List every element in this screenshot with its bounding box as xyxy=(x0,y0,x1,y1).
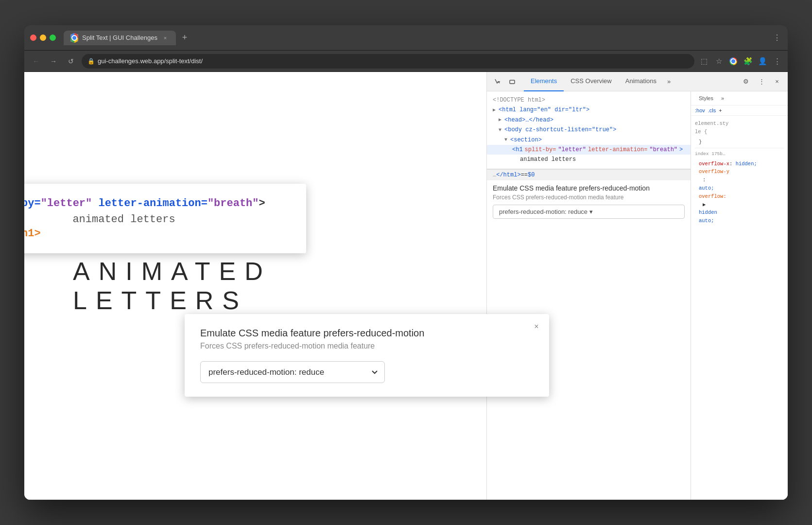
add-style-button[interactable]: + xyxy=(719,107,722,113)
h1-val-breath: "breath" xyxy=(649,145,677,155)
tab-animations[interactable]: Animations xyxy=(619,72,663,91)
html-tree: <!DOCTYPE html> ▶ <html lang="en" dir="l… xyxy=(487,91,691,169)
index-label: index 175b… xyxy=(695,148,784,159)
h1-val-letter: "letter" xyxy=(558,145,586,155)
webpage: ANIMATED LETTERS <h1 split-by="letter" l… xyxy=(24,72,486,500)
forward-button[interactable]: → xyxy=(47,54,60,68)
hidden2-val: hidden xyxy=(695,209,784,217)
url-text: gui-challenges.web.app/split-text/dist/ xyxy=(98,57,203,65)
overflow-y-label: overflow-y xyxy=(695,168,784,176)
code-line-1: <h1 split-by="letter" letter-animation="… xyxy=(24,195,291,211)
close-button[interactable] xyxy=(30,35,36,41)
html-line-body: ▼ <body cz-shortcut-listen="true"> xyxy=(487,125,691,135)
bg-row-1: Emulate CSS media feature prefers-reduce… xyxy=(493,184,685,219)
overflow-prop: overflow: xyxy=(699,193,726,199)
minimize-button[interactable] xyxy=(40,35,46,41)
bookmark-star-icon[interactable]: ☆ xyxy=(713,55,725,67)
h1-close-bracket: > xyxy=(679,145,683,155)
code-attr2-name: letter-animation= xyxy=(98,197,207,210)
styles-content: element.style { } index 175b… overflow-x… xyxy=(691,116,788,229)
code-attr1-val: "letter" xyxy=(41,197,92,210)
url-bar[interactable]: 🔒 gui-challenges.web.app/split-text/dist… xyxy=(82,54,694,69)
auto2-val: auto; xyxy=(695,217,784,225)
reduced-motion-select[interactable]: No override prefers-reduced-motion: redu… xyxy=(200,361,385,383)
styles-tab-group: Styles » xyxy=(696,94,727,102)
code-attr2-val: "breath" xyxy=(207,197,259,210)
tab-elements[interactable]: Elements xyxy=(524,72,564,91)
code-closing-tag: </h1> xyxy=(24,228,41,240)
overflow-x-prop: overflow-x xyxy=(699,161,729,167)
devtools-settings-button[interactable]: ⚙ xyxy=(739,75,753,88)
code-attr1-name: split-by= xyxy=(24,197,41,210)
cls-button[interactable]: .cls xyxy=(708,107,716,113)
extensions-icon[interactable]: 🧩 xyxy=(742,55,754,67)
html-close-tag: </html> xyxy=(496,172,520,178)
overflow-x-rule: overflow-x: hidden; xyxy=(695,160,784,168)
address-bar-right: ⬚ ☆ 🧩 👤 ⋮ xyxy=(698,55,783,67)
element-style-rule: element.style { xyxy=(695,120,784,136)
head-tag: <head>…</head> xyxy=(504,115,553,125)
tab-css-overview[interactable]: CSS Overview xyxy=(564,72,619,91)
styles-side-panel: Styles » :hov .cls + element.style { } xyxy=(691,91,788,500)
devtools-body: <!DOCTYPE html> ▶ <html lang="en" dir="l… xyxy=(487,91,788,500)
emulate-modal: × Emulate CSS media feature prefers-redu… xyxy=(185,314,549,397)
devtools-close-button[interactable]: × xyxy=(770,75,784,88)
close-brace: } xyxy=(695,138,784,146)
triangle-section: ▼ xyxy=(504,136,507,144)
dollar-var: $0 xyxy=(528,172,535,178)
html-line-h1-text: animated letters xyxy=(487,155,691,164)
html-line-section: ▼ <section> xyxy=(487,135,691,145)
chrome-settings-icon[interactable]: ⋮ xyxy=(772,33,782,43)
animated-letters-heading: ANIMATED LETTERS xyxy=(73,257,438,315)
styles-controls: :hov .cls + xyxy=(691,105,788,116)
devtools-more-button[interactable]: ⋮ xyxy=(755,75,768,88)
device-toggle-button[interactable] xyxy=(505,75,519,88)
devtools-right-icons: ⚙ ⋮ × xyxy=(739,75,784,88)
bg-emulate-select[interactable]: prefers-reduced-motion: reduce ▾ xyxy=(493,205,685,219)
h1-open: <h1 xyxy=(512,145,523,155)
triangle-icon: ▶ xyxy=(703,202,706,208)
tab-active[interactable]: Split Text | GUI Challenges × xyxy=(64,31,176,45)
reload-button[interactable]: ↺ xyxy=(64,54,78,68)
styles-more-tab[interactable]: » xyxy=(718,94,727,102)
overflow-label: overflow: xyxy=(695,192,784,201)
cast-icon[interactable]: ⬚ xyxy=(698,55,710,67)
tab-favicon xyxy=(70,34,78,42)
code-line-2: animated letters xyxy=(24,213,291,226)
modal-close-button[interactable]: × xyxy=(531,321,542,332)
devtools-header: Elements CSS Overview Animations » ⚙ ⋮ × xyxy=(487,72,788,91)
browser-menu-icon[interactable]: ⋮ xyxy=(771,55,783,67)
bg-emulate-rows: Emulate CSS media feature prefers-reduce… xyxy=(487,180,691,228)
hov-button[interactable]: :hov xyxy=(695,107,705,113)
elements-panel: <!DOCTYPE html> ▶ <html lang="en" dir="l… xyxy=(487,91,691,500)
triangle-head: ▶ xyxy=(499,116,501,124)
code-line-3: </h1> xyxy=(24,228,291,240)
dropdown-arrow-icon: ▾ xyxy=(589,208,593,215)
devtools-more-tabs[interactable]: » xyxy=(663,78,674,85)
code-tooltip: <h1 split-by="letter" letter-animation="… xyxy=(24,184,306,253)
maximize-button[interactable] xyxy=(50,35,56,41)
section-tag: <section> xyxy=(510,135,542,145)
title-bar: Split Text | GUI Challenges × + ⋮ xyxy=(24,25,788,51)
address-bar: ← → ↺ 🔒 gui-challenges.web.app/split-tex… xyxy=(24,51,788,72)
devtools-tabs: Elements CSS Overview Animations » xyxy=(524,72,738,91)
html-line-h1[interactable]: <h1 split-by="letter" letter-animation="… xyxy=(487,145,691,155)
styles-tab-label[interactable]: Styles xyxy=(696,94,716,102)
inspect-element-button[interactable] xyxy=(491,75,504,88)
tab-close-button[interactable]: × xyxy=(161,34,169,42)
new-tab-button[interactable]: + xyxy=(178,31,191,45)
equals-sign: == xyxy=(521,172,528,178)
svg-rect-0 xyxy=(510,80,515,84)
html-line-head: ▶ <head>…</head> xyxy=(487,115,691,125)
colon-text: : xyxy=(703,177,706,183)
tab-title: Split Text | GUI Challenges xyxy=(82,34,157,41)
h1-attr-split: split-by= xyxy=(525,145,556,155)
profile-icon[interactable]: 👤 xyxy=(757,55,768,67)
doctype-text: <!DOCTYPE html> xyxy=(493,95,545,105)
back-button[interactable]: ← xyxy=(29,54,43,68)
body-tag: <body cz-shortcut-listen="true"> xyxy=(504,125,616,135)
element-style-text: element.style { xyxy=(695,121,728,135)
content-area: ANIMATED LETTERS <h1 split-by="letter" l… xyxy=(24,72,788,500)
html-close-dots: … xyxy=(493,172,496,178)
overflow-y-prop: overflow-y xyxy=(699,169,729,175)
